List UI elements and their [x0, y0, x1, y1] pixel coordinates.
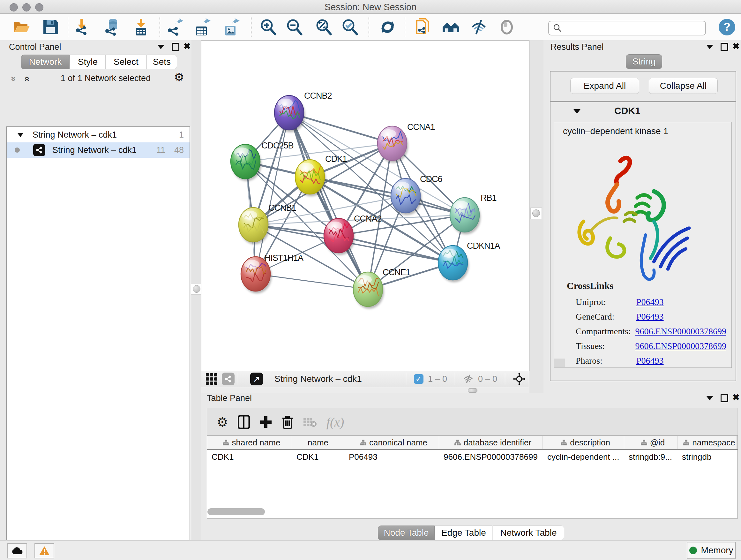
column-header-canonical-name[interactable]: canonical name [344, 436, 439, 449]
panel-collapse-icon[interactable] [706, 45, 713, 49]
collapse-all-networks-icon[interactable]: » [21, 76, 31, 82]
panel-collapse-icon[interactable] [706, 396, 713, 400]
panel-float-icon[interactable] [721, 43, 728, 51]
function-builder-icon[interactable]: f(x) [327, 415, 344, 430]
cell-description[interactable]: cyclin-dependent ... [543, 452, 624, 462]
tab-edge-table[interactable]: Edge Table [435, 525, 492, 540]
cell-database-identifier[interactable]: 9606.ENSP00000378699 [439, 452, 543, 462]
tab-network[interactable]: Network [21, 55, 70, 69]
share-document-icon[interactable] [414, 17, 433, 37]
collection-expand-icon[interactable] [17, 133, 23, 137]
cell-name[interactable]: CDK1 [292, 452, 344, 462]
delete-column-icon[interactable] [282, 415, 293, 429]
search-field[interactable] [548, 21, 706, 36]
table-row[interactable]: CDK1CDK1P064939606.ENSP00000378699cyclin… [207, 450, 738, 464]
hidden-eye-icon[interactable] [463, 374, 474, 384]
table-hscrollbar-thumb[interactable] [207, 508, 265, 515]
cloud-button[interactable] [7, 543, 27, 558]
birdseye-view-icon[interactable]: ↗ [250, 373, 263, 385]
tab-string[interactable]: String [626, 54, 662, 69]
network-share-icon[interactable] [222, 373, 234, 385]
delete-table-icon[interactable] [303, 416, 317, 428]
memory-button[interactable]: Memory [687, 542, 736, 559]
panel-close-icon[interactable]: ✖ [184, 42, 191, 51]
node-table[interactable]: shared namenamecanonical namedatabase id… [207, 435, 738, 518]
crosslink-link[interactable]: 9606.ENSP00000378699 [635, 341, 726, 351]
eye-icon[interactable] [497, 17, 516, 37]
show-columns-icon[interactable] [238, 415, 250, 429]
tab-network-table[interactable]: Network Table [493, 525, 564, 540]
tab-style[interactable]: Style [70, 55, 106, 69]
grid-view-icon[interactable] [206, 373, 217, 385]
crosslink-link[interactable]: P06493 [636, 312, 664, 322]
create-column-icon[interactable] [259, 416, 272, 428]
expand-all-button[interactable]: Expand All [570, 78, 639, 94]
fit-content-crosshair-icon[interactable] [513, 373, 526, 385]
svg-text:CCNB1: CCNB1 [268, 203, 296, 212]
node-CCNE1: CCNE1 [353, 267, 410, 309]
save-session-icon[interactable] [41, 17, 60, 37]
crosslink-label: Tissues: [567, 341, 635, 351]
hidden-counts: 0 – 0 [478, 374, 497, 384]
panel-close-icon[interactable]: ✖ [732, 42, 740, 51]
network-collection-row[interactable]: String Network – cdk1 1 [7, 127, 190, 142]
gene-collapse-icon[interactable] [574, 109, 581, 114]
panel-close-icon[interactable]: ✖ [732, 393, 740, 402]
network-tree: String Network – cdk1 1 String Network –… [6, 126, 190, 560]
search-input[interactable] [562, 23, 705, 34]
column-header-database-identifier[interactable]: database identifier [439, 436, 543, 449]
svg-text:?: ? [724, 20, 731, 34]
tab-select[interactable]: Select [106, 55, 146, 69]
cell-shared-name[interactable]: CDK1 [207, 452, 292, 462]
network-canvas[interactable]: CCNB2CCNA1CDC25BCDK1CDC6RB1CCNB1CCNA2CDK… [201, 41, 530, 371]
horizontal-splitter-handle[interactable] [468, 388, 477, 393]
collapse-all-button[interactable]: Collapse All [649, 78, 718, 94]
homes-icon[interactable] [441, 17, 461, 37]
column-header--id[interactable]: @id [624, 436, 677, 449]
tab-node-table[interactable]: Node Table [378, 525, 434, 540]
export-network-icon[interactable] [165, 17, 185, 37]
warning-button[interactable] [35, 543, 54, 558]
import-network-from-database-icon[interactable] [103, 17, 122, 37]
zoom-in-icon[interactable] [259, 17, 278, 37]
network-row[interactable]: String Network – cdk1 11 48 [7, 142, 190, 158]
node-RB1: RB1 [450, 193, 496, 234]
inner-scrollbar-thumb[interactable] [554, 359, 565, 367]
network-options-gear-icon[interactable]: ⚙ [174, 71, 184, 83]
hide-unhide-icon[interactable] [469, 17, 488, 37]
panel-collapse-icon[interactable] [157, 45, 164, 49]
import-network-from-file-icon[interactable] [73, 17, 92, 37]
zoom-out-icon[interactable] [285, 17, 304, 37]
cell-namespace[interactable]: stringdb [677, 452, 737, 462]
cell-canonical-name[interactable]: P06493 [344, 452, 439, 462]
panel-float-icon[interactable] [721, 394, 728, 402]
refresh-view-icon[interactable] [378, 17, 397, 37]
column-settings-gear-icon[interactable]: ⚙ [217, 415, 228, 429]
right-splitter-handle[interactable] [530, 207, 542, 219]
export-table-icon[interactable] [192, 17, 211, 37]
column-header-description[interactable]: description [543, 436, 624, 449]
help-icon[interactable]: ? [718, 17, 737, 37]
cytoscape-window: Session: New Session [0, 0, 741, 560]
column-header-shared-name[interactable]: shared name [207, 436, 292, 449]
column-header-name[interactable]: name [292, 436, 344, 449]
open-session-icon[interactable] [12, 17, 31, 37]
crosslink-link[interactable]: P06493 [636, 297, 664, 307]
tab-sets[interactable]: Sets [146, 55, 177, 69]
import-table-icon[interactable] [131, 17, 151, 37]
panel-float-icon[interactable] [172, 43, 179, 51]
toolbar-separator [505, 373, 505, 385]
network-edge-count: 48 [174, 145, 184, 155]
zoom-selected-icon[interactable] [340, 17, 359, 37]
left-splitter-handle[interactable] [191, 283, 202, 295]
column-header-namespace[interactable]: namespace [677, 436, 737, 449]
selected-checkbox-icon[interactable]: ✓ [414, 374, 423, 384]
svg-text:CDC25B: CDC25B [261, 141, 293, 150]
export-image-icon[interactable] [221, 17, 241, 37]
crosslink-link[interactable]: 9606.ENSP00000378699 [635, 326, 726, 336]
expand-all-networks-icon[interactable]: » [9, 76, 19, 82]
toolbar-separator [159, 17, 160, 37]
crosslink-link[interactable]: P06493 [636, 356, 664, 366]
cell--id[interactable]: stringdb:9... [624, 452, 677, 462]
zoom-fit-icon[interactable] [314, 17, 333, 37]
